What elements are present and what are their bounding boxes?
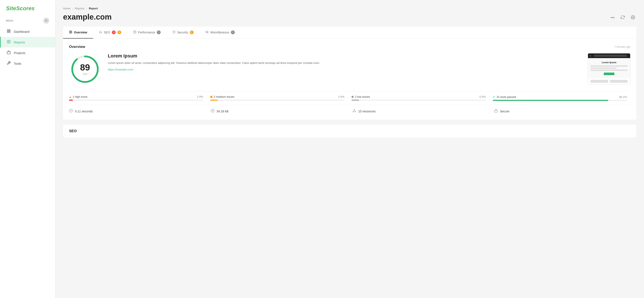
screenshot-body: Lorem Ipsum: [588, 58, 630, 78]
seo-card: SEO: [63, 125, 636, 137]
stat-time-value: 0.11 seconds: [75, 110, 93, 113]
low-issue-label: 2 low issues: [355, 95, 370, 98]
issue-label-left-medium: 2 medium issues: [210, 95, 234, 98]
performance-tab-icon: [133, 30, 136, 34]
score-max: 100: [80, 72, 90, 76]
overview-card: Overview 7 minutes ago 89 100: [63, 39, 636, 120]
medium-issue-label: 2 medium issues: [214, 95, 234, 98]
tab-seo[interactable]: SEO 1 1: [93, 27, 127, 38]
overview-section-header: Overview 7 minutes ago: [69, 45, 630, 49]
breadcrumb-reports[interactable]: Reports: [75, 7, 84, 10]
misc-badge: 1: [231, 30, 235, 34]
low-issue-pct: 5.6%: [479, 95, 486, 98]
tab-performance-label: Performance: [138, 31, 155, 34]
svg-point-21: [206, 31, 206, 31]
svg-rect-9: [7, 51, 10, 54]
breadcrumb-home[interactable]: Home: [63, 7, 70, 10]
page-header-actions: •••: [609, 14, 636, 21]
tab-performance[interactable]: Performance 1: [127, 27, 166, 38]
screenshot-heading: Lorem Ipsum: [590, 61, 628, 64]
toolbar-dot-1: [590, 55, 591, 57]
issue-label-row-low: 2 low issues 5.6%: [352, 95, 486, 98]
dashboard-icon: [6, 29, 11, 34]
svg-point-22: [206, 32, 206, 32]
performance-badge: 1: [157, 30, 161, 34]
sidebar: SiteScores MENU Dashboard: [0, 0, 56, 298]
tab-overview[interactable]: Overview: [63, 27, 93, 38]
site-name: Lorem Ipsum: [108, 53, 581, 59]
breadcrumb-sep-1: ›: [72, 7, 73, 10]
sidebar-item-label: Dashboard: [14, 30, 30, 33]
refresh-button[interactable]: [619, 14, 626, 21]
sidebar-item-projects[interactable]: Projects: [0, 47, 55, 58]
high-issue-label: 1 high issue: [73, 95, 87, 98]
passed-bar-fill: [493, 100, 608, 101]
issue-label-left-high: ▲ 1 high issue: [69, 95, 87, 98]
secure-icon: [494, 109, 498, 114]
security-tab-icon: [172, 31, 176, 34]
tab-bar: Overview SEO 1 1: [63, 27, 636, 39]
avatar-icon[interactable]: [43, 18, 49, 24]
overview-site-info: Lorem Ipsum Lorem ipsum dolor sit amet, …: [108, 53, 581, 71]
high-triangle-icon: ▲: [69, 96, 71, 98]
resources-icon: [352, 109, 356, 114]
stat-size: 54.26 kB: [205, 109, 347, 114]
sidebar-item-label: Projects: [14, 51, 25, 55]
score-circle: 89 100: [69, 53, 101, 85]
svg-rect-1: [7, 29, 8, 31]
screenshot-footer: [588, 78, 630, 84]
svg-rect-3: [7, 31, 8, 32]
sidebar-item-label: Reports: [14, 40, 25, 44]
medium-square-icon: [210, 96, 212, 98]
misc-tab-icon: [206, 30, 209, 34]
high-bar-fill: [69, 100, 73, 101]
medium-issue-pct: 5.6%: [338, 95, 344, 98]
svg-point-0: [46, 19, 47, 21]
issue-col-passed: ✓ 31 tests passed 86.1%: [489, 95, 630, 101]
low-bar-track: [352, 100, 486, 101]
svg-point-32: [355, 112, 356, 112]
svg-point-15: [100, 31, 102, 33]
tab-miscellaneous[interactable]: Miscellaneous 1: [200, 27, 241, 38]
passed-pct: 86.1%: [619, 95, 627, 99]
sidebar-item-reports[interactable]: Reports: [0, 37, 55, 47]
passed-bar-track: [493, 100, 627, 101]
high-bar-track: [69, 100, 203, 101]
score-inner: 89 100: [80, 63, 90, 76]
tab-security[interactable]: Security 1: [166, 27, 200, 38]
screenshot-line-2: [590, 67, 616, 69]
svg-rect-12: [71, 31, 72, 32]
screenshot-toolbar: [588, 53, 630, 58]
svg-line-34: [353, 111, 354, 112]
stat-time: 0.11 seconds: [69, 109, 205, 114]
issue-label-row-medium: 2 medium issues 5.6%: [210, 95, 344, 98]
footer-block-2: [610, 80, 628, 83]
sidebar-item-tools[interactable]: Tools: [0, 58, 55, 69]
print-button[interactable]: [630, 14, 636, 21]
projects-icon: [6, 50, 11, 55]
seo-tab-icon: [99, 31, 102, 34]
app-logo: SiteScores: [0, 0, 55, 16]
sidebar-item-dashboard[interactable]: Dashboard: [0, 26, 55, 37]
sidebar-menu-header: MENU: [0, 16, 55, 26]
issue-label-row-passed: ✓ 31 tests passed 86.1%: [493, 95, 627, 99]
stat-size-value: 54.26 kB: [217, 110, 228, 113]
security-badge: 1: [190, 30, 194, 34]
more-options-button[interactable]: •••: [609, 15, 616, 21]
svg-rect-2: [9, 29, 10, 31]
svg-point-23: [206, 33, 206, 33]
tab-overview-label: Overview: [74, 31, 87, 34]
page-title: example.com: [63, 12, 112, 21]
breadcrumb-current: Report: [89, 7, 98, 10]
overview-top: 89 100 Lorem Ipsum Lorem ipsum dolor sit…: [69, 53, 630, 85]
svg-point-31: [353, 112, 354, 112]
low-bar-fill: [352, 100, 359, 101]
issues-row: ▲ 1 high issue 2.8% 2 medium issue: [69, 91, 630, 101]
screenshot-line-1: [590, 65, 628, 67]
sidebar-item-label: Tools: [14, 62, 21, 65]
time-icon: [69, 109, 73, 114]
seo-badge-yellow: 1: [118, 30, 121, 34]
reports-icon: [6, 40, 11, 44]
sidebar-nav: Dashboard Reports Projects: [0, 26, 55, 69]
site-url[interactable]: https://example.com/: [108, 68, 133, 71]
